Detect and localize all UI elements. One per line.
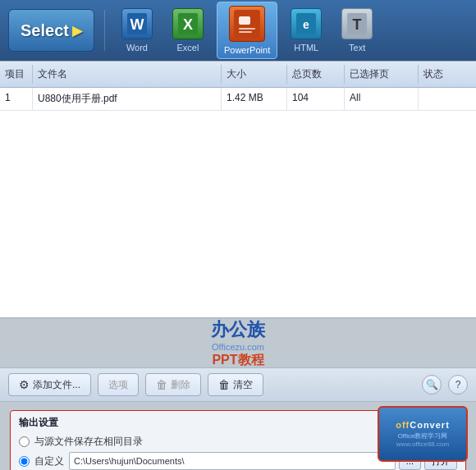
cell-pages: 104 <box>287 88 345 110</box>
ppt-icon <box>229 6 265 42</box>
output-option1-label[interactable]: 与源文件保存在相同目录 <box>34 435 143 449</box>
col-size: 大小 <box>222 65 287 84</box>
svg-text:e: e <box>303 18 309 31</box>
tool-powerpoint[interactable]: PowerPoint <box>217 2 277 59</box>
excel-icon: X <box>172 8 204 39</box>
text-icon: T <box>341 8 373 39</box>
watermark-url: Officezu.com <box>211 342 265 352</box>
clear-button[interactable]: 🗑 清空 <box>208 373 263 396</box>
delete-button[interactable]: 🗑 删除 <box>145 373 201 396</box>
help-button[interactable]: ? <box>448 375 468 395</box>
action-bar: ⚙ 添加文件... 选项 🗑 删除 🗑 清空 🔍 ? <box>0 367 476 402</box>
html-icon: e <box>291 8 322 39</box>
html-label: HTML <box>294 43 318 52</box>
delete-icon: 🗑 <box>156 378 167 391</box>
word-icon: W <box>121 8 153 39</box>
table-row[interactable]: 1 U880使用手册.pdf 1.42 MB 104 All <box>0 88 476 111</box>
file-table: 项目 文件名 大小 总页数 已选择页 状态 1 U880使用手册.pdf 1.4… <box>0 61 476 318</box>
cell-size: 1.42 MB <box>222 88 287 110</box>
ppt-label: PowerPoint <box>224 45 270 55</box>
svg-text:T: T <box>353 16 362 33</box>
clear-icon: 🗑 <box>218 378 230 391</box>
convert-url: www.office68.com <box>396 440 449 448</box>
cell-index: 1 <box>0 88 33 110</box>
clear-label: 清空 <box>233 378 253 392</box>
col-selected: 已选择页 <box>345 65 419 84</box>
tool-text[interactable]: T Text <box>335 5 379 56</box>
watermark-area: 办公族 Officezu.com PPT教程 <box>0 318 476 367</box>
convert-button[interactable]: offConvert Office教程学习网 www.office68.com <box>378 406 468 462</box>
tool-excel[interactable]: X Excel <box>166 5 210 56</box>
svg-text:X: X <box>183 16 193 33</box>
search-button[interactable]: 🔍 <box>422 375 442 395</box>
col-pages: 总页数 <box>287 65 345 84</box>
options-button[interactable]: 选项 <box>98 373 139 396</box>
output-option1-radio[interactable] <box>19 436 30 447</box>
watermark-cn: 办公族 <box>211 317 265 342</box>
table-header: 项目 文件名 大小 总页数 已选择页 状态 <box>0 62 476 88</box>
select-label: Select <box>21 21 69 40</box>
convert-tagline: Office教程学习网 <box>398 431 448 440</box>
word-label: Word <box>126 43 148 52</box>
watermark-sub: PPT教程 <box>211 352 265 369</box>
path-input[interactable] <box>69 452 396 470</box>
add-icon: ⚙ <box>19 378 30 391</box>
svg-rect-5 <box>239 16 250 25</box>
toolbar-divider <box>104 10 105 51</box>
col-status: 状态 <box>419 65 476 84</box>
watermark-text: 办公族 Officezu.com PPT教程 <box>211 317 265 369</box>
select-button[interactable]: Select ▶ <box>8 9 94 52</box>
svg-rect-7 <box>239 31 252 33</box>
table-body: 1 U880使用手册.pdf 1.42 MB 104 All <box>0 88 476 317</box>
tool-html[interactable]: e HTML <box>284 5 328 56</box>
cell-filename: U880使用手册.pdf <box>33 88 222 110</box>
tool-word[interactable]: W Word <box>115 5 159 56</box>
select-arrow: ▶ <box>72 23 82 39</box>
main-toolbar: Select ▶ W Word X Excel <box>0 0 476 61</box>
col-index: 项目 <box>0 65 33 84</box>
add-file-button[interactable]: ⚙ 添加文件... <box>8 373 91 396</box>
cell-status <box>419 88 476 110</box>
add-file-label: 添加文件... <box>33 378 80 392</box>
output-option2-radio[interactable] <box>19 456 30 467</box>
delete-label: 删除 <box>171 378 190 392</box>
text-label: Text <box>349 43 365 52</box>
svg-rect-6 <box>239 28 255 30</box>
cell-selected: All <box>345 88 419 110</box>
output-option2-label[interactable]: 自定义 <box>34 454 64 468</box>
svg-text:W: W <box>130 16 144 33</box>
excel-label: Excel <box>176 43 199 52</box>
col-filename: 文件名 <box>33 65 222 84</box>
options-label: 选项 <box>108 378 128 392</box>
